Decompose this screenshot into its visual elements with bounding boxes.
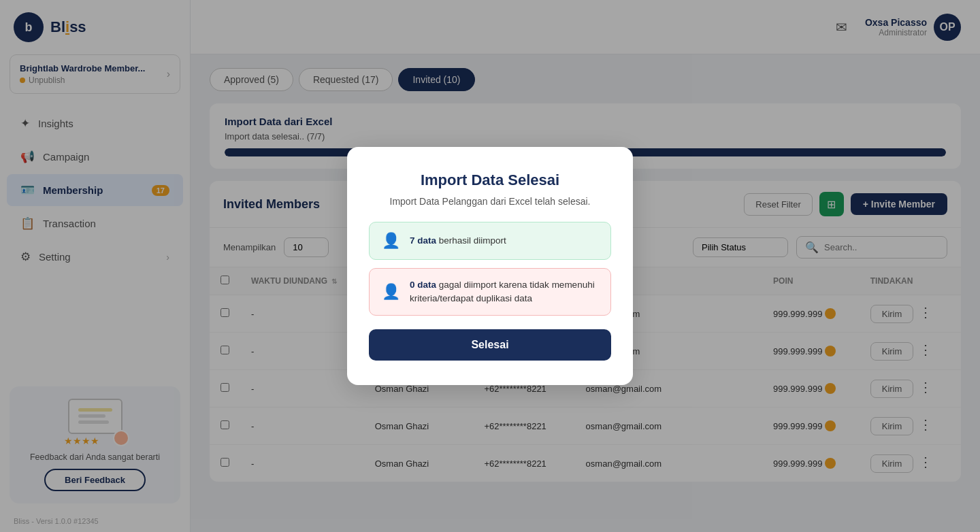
modal-error-icon: 👤 [382, 283, 400, 301]
modal-title: Import Data Selesai [369, 171, 611, 189]
modal-success-card: 👤 7 data berhasil diimport [369, 222, 611, 260]
modal-selesai-button[interactable]: Selesai [369, 329, 611, 361]
modal-error-text: 0 data gagal diimport karena tidak memen… [410, 278, 598, 306]
modal-error-card: 👤 0 data gagal diimport karena tidak mem… [369, 268, 611, 316]
modal-success-icon: 👤 [382, 232, 400, 250]
modal-success-text: 7 data berhasil diimport [410, 234, 506, 248]
modal-overlay: Import Data Selesai Import Data Pelangga… [0, 0, 980, 532]
modal-desc: Import Data Pelanggan dari Excel telah s… [369, 196, 611, 207]
modal: Import Data Selesai Import Data Pelangga… [347, 147, 633, 386]
